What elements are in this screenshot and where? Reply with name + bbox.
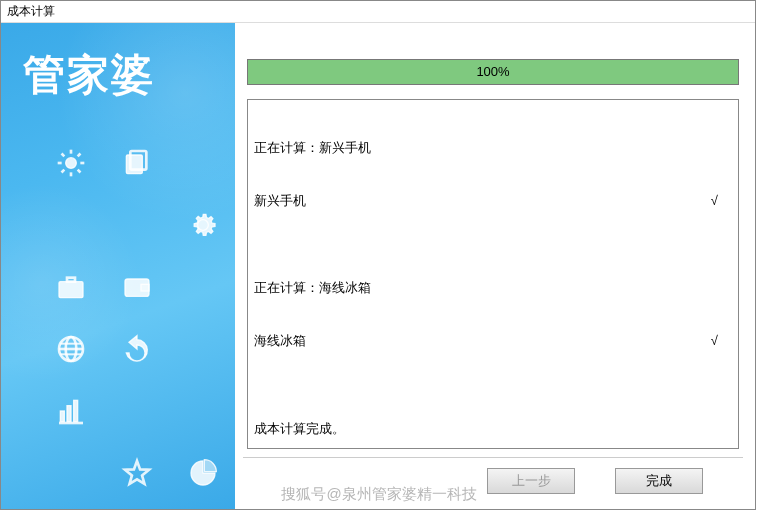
blank-cell-1 bbox=[173, 133, 233, 193]
bar-chart-icon bbox=[41, 381, 101, 441]
log-line: 正在计算：新兴手机 bbox=[254, 139, 732, 157]
log-line: 新兴手机√ bbox=[254, 192, 732, 210]
sidebar-icon-grid bbox=[1, 103, 235, 503]
briefcase-icon bbox=[41, 257, 101, 317]
blank-cell-4 bbox=[173, 257, 233, 317]
blank-cell-7 bbox=[173, 381, 233, 441]
svg-rect-12 bbox=[67, 278, 75, 282]
progress-text: 100% bbox=[248, 64, 738, 79]
svg-rect-10 bbox=[126, 155, 142, 174]
blank-cell-8 bbox=[41, 443, 101, 503]
star-icon bbox=[107, 443, 167, 503]
prev-button[interactable]: 上一步 bbox=[487, 468, 575, 494]
sidebar: 管家婆 bbox=[1, 23, 235, 509]
files-icon bbox=[107, 133, 167, 193]
gear-icon bbox=[173, 195, 233, 255]
svg-line-5 bbox=[62, 154, 65, 157]
svg-rect-14 bbox=[141, 284, 149, 291]
wallet-icon bbox=[107, 257, 167, 317]
button-bar: 上一步 完成 bbox=[243, 457, 743, 503]
check-icon: √ bbox=[711, 192, 732, 210]
sun-icon bbox=[41, 133, 101, 193]
progress-bar: 100% bbox=[247, 59, 739, 85]
blank-cell-6 bbox=[107, 381, 167, 441]
done-button[interactable]: 完成 bbox=[615, 468, 703, 494]
content: 管家婆 bbox=[1, 23, 755, 509]
main-panel: 100% 正在计算：新兴手机 新兴手机√ 正在计算：海线冰箱 海线冰箱√ 成本计… bbox=[235, 23, 755, 509]
log-line: 海线冰箱√ bbox=[254, 332, 732, 350]
svg-rect-11 bbox=[59, 282, 83, 298]
window-title: 成本计算 bbox=[7, 4, 55, 18]
pie-chart-icon bbox=[173, 443, 233, 503]
svg-line-7 bbox=[62, 170, 65, 173]
blank-cell-3 bbox=[107, 195, 167, 255]
titlebar: 成本计算 bbox=[1, 1, 755, 23]
app-window: 成本计算 管家婆 bbox=[0, 0, 756, 510]
svg-rect-22 bbox=[74, 400, 78, 421]
undo-icon bbox=[107, 319, 167, 379]
svg-line-6 bbox=[78, 170, 81, 173]
globe-icon bbox=[41, 319, 101, 379]
blank-cell-2 bbox=[41, 195, 101, 255]
svg-point-0 bbox=[66, 158, 77, 169]
log-output: 正在计算：新兴手机 新兴手机√ 正在计算：海线冰箱 海线冰箱√ 成本计算完成。 … bbox=[247, 99, 739, 449]
app-logo: 管家婆 bbox=[1, 23, 235, 103]
svg-line-8 bbox=[78, 154, 81, 157]
svg-rect-20 bbox=[60, 411, 64, 422]
check-icon: √ bbox=[711, 332, 732, 350]
svg-rect-21 bbox=[67, 406, 71, 422]
log-line: 成本计算完成。 bbox=[254, 420, 732, 438]
log-line: 正在计算：海线冰箱 bbox=[254, 279, 732, 297]
blank-cell-5 bbox=[173, 319, 233, 379]
